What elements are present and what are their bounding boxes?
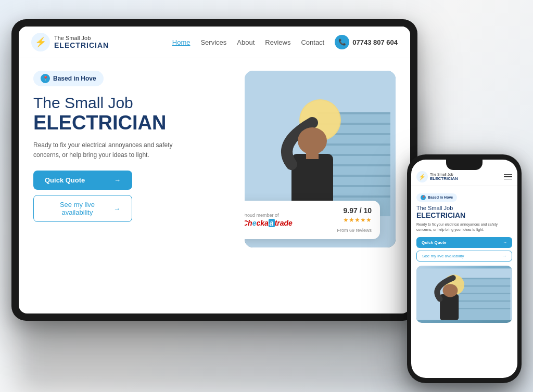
nav-link-reviews[interactable]: Reviews <box>265 38 290 46</box>
svg-point-25 <box>443 284 458 297</box>
availability-label: See my live availability <box>45 201 109 216</box>
checkatrade-logo: Checkaatrade <box>245 219 329 227</box>
a-letter: a <box>269 219 275 227</box>
logo-name-line1: The Small Job <box>54 35 109 41</box>
phone-hero-title2: ELECTRICIAN <box>416 211 512 219</box>
logo-text: The Small Job ELECTRICIAN <box>54 35 109 49</box>
phone-pin-icon: 📍 <box>421 195 426 200</box>
nav-link-contact[interactable]: Contact <box>301 38 324 46</box>
svg-rect-21 <box>454 300 510 302</box>
hamburger-menu[interactable] <box>504 174 512 180</box>
tablet-navbar: ⚡ The Small Job ELECTRICIAN Home Service… <box>19 27 410 58</box>
nav-link-services[interactable]: Services <box>200 38 226 46</box>
phone-device: ⚡ The Small Job ELECTRICIAN 📍 Based in H… <box>407 154 522 383</box>
phone-location-badge: 📍 Based in Hove <box>416 193 457 202</box>
phone-location-text: Based in Hove <box>428 195 453 199</box>
trade-text: trade <box>275 219 293 227</box>
phone-number: 07743 807 604 <box>352 38 398 46</box>
checkatrade-bar: Proud member of Checkaatrade 9.97 / 10 <box>245 201 380 239</box>
phone-notch <box>446 160 483 170</box>
svg-rect-24 <box>440 294 459 320</box>
star-rating: ★★★★★ <box>337 216 372 224</box>
phone-quick-quote-button[interactable]: Quick Quote → <box>416 237 512 248</box>
hamburger-line-3 <box>504 179 512 180</box>
hamburger-line-2 <box>504 176 512 177</box>
phone-arrow-icon-2: → <box>502 254 506 258</box>
checkatrade-left: Proud member of Checkaatrade <box>245 213 329 227</box>
svg-rect-20 <box>454 293 510 294</box>
nav-item-contact[interactable]: Contact <box>301 38 324 46</box>
scene: ⚡ The Small Job ELECTRICIAN Home Service… <box>11 9 522 383</box>
phone-hero-title1: The Small Job <box>416 205 512 211</box>
phone-logo: ⚡ The Small Job ELECTRICIAN <box>416 171 458 182</box>
nav-link-about[interactable]: About <box>237 38 255 46</box>
hero-buttons: Quick Quote → See my live availability → <box>33 171 224 222</box>
reviews-count: From 69 reviews <box>337 228 372 233</box>
phone-availability-button[interactable]: See my live availability → <box>416 251 512 262</box>
score-value: 9.97 / 10 <box>344 206 372 215</box>
tablet-screen: ⚡ The Small Job ELECTRICIAN Home Service… <box>19 27 410 313</box>
tablet-logo: ⚡ The Small Job ELECTRICIAN <box>31 33 109 51</box>
phone-arrow-icon: → <box>503 240 507 245</box>
hero-description: Ready to fix your electrical annoyances … <box>33 140 179 160</box>
svg-rect-22 <box>454 308 510 309</box>
nav-link-home[interactable]: Home <box>172 38 191 46</box>
arrow-icon: → <box>114 176 121 184</box>
nav-phone: 📞 07743 807 604 <box>335 35 398 49</box>
proud-member-text: Proud member of <box>245 213 329 218</box>
quick-quote-label: Quick Quote <box>45 176 85 184</box>
tablet-hero: 📍 Based in Hove The Small Job ELECTRICIA… <box>19 58 410 313</box>
logo-name-line2: ELECTRICIAN <box>54 41 109 49</box>
logo-icon: ⚡ <box>31 33 50 51</box>
checkatrade-right: 9.97 / 10 ★★★★★ From 69 reviews <box>337 206 372 234</box>
phone-hero-desc: Ready to fix your electrical annoyances … <box>416 222 512 233</box>
phone-hero-content: 📍 Based in Hove The Small Job ELECTRICIA… <box>411 186 517 378</box>
hero-title-line2: ELECTRICIAN <box>33 112 224 134</box>
pin-icon: 📍 <box>41 74 50 83</box>
tablet-device: ⚡ The Small Job ELECTRICIAN Home Service… <box>11 19 417 321</box>
location-badge: 📍 Based in Hove <box>33 71 104 86</box>
hero-photo: Proud member of Checkaatrade 9.97 / 10 <box>245 71 396 247</box>
svg-rect-15 <box>306 151 319 159</box>
svg-rect-5 <box>318 143 390 146</box>
phone-icon: 📞 <box>335 35 349 49</box>
phone-quick-quote-label: Quick Quote <box>422 240 447 245</box>
nav-item-about[interactable]: About <box>237 38 255 46</box>
hero-right: Proud member of Checkaatrade 9.97 / 10 <box>234 71 396 301</box>
nav-item-reviews[interactable]: Reviews <box>265 38 290 46</box>
availability-button[interactable]: See my live availability → <box>33 195 132 222</box>
svg-point-14 <box>298 127 327 154</box>
phone-photo-svg <box>416 266 512 323</box>
phone-logo-icon: ⚡ <box>416 171 428 182</box>
phone-logo-name2: ELECTRICIAN <box>430 176 458 181</box>
quick-quote-button[interactable]: Quick Quote → <box>33 171 132 190</box>
nav-item-services[interactable]: Services <box>200 38 226 46</box>
check-text: Ch <box>245 219 252 227</box>
arrow-icon-2: → <box>113 205 120 213</box>
nav-item-home[interactable]: Home <box>172 38 191 46</box>
hero-left: 📍 Based in Hove The Small Job ELECTRICIA… <box>33 71 234 301</box>
hamburger-line-1 <box>504 174 512 175</box>
phone-screen: ⚡ The Small Job ELECTRICIAN 📍 Based in H… <box>411 160 517 378</box>
phone-logo-name1: The Small Job <box>430 173 458 176</box>
cka-text: cka <box>256 219 268 227</box>
phone-availability-label: See my live availability <box>422 254 464 258</box>
hero-title-line1: The Small Job <box>33 94 224 112</box>
location-text: Based in Hove <box>53 75 96 82</box>
nav-links: Home Services About Reviews Contact <box>172 38 324 46</box>
phone-logo-text: The Small Job ELECTRICIAN <box>430 173 458 181</box>
phone-hero-photo <box>416 266 512 323</box>
